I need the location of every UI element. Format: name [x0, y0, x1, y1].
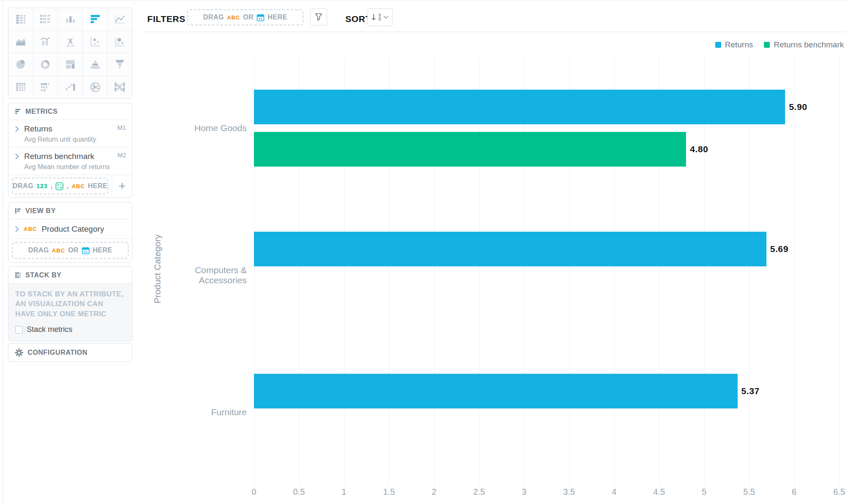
- calendar-day-text: 31: [84, 249, 88, 253]
- metric-badge: M2: [117, 151, 126, 159]
- topbar-divider: [142, 32, 846, 32]
- repeater-icon: [39, 13, 52, 25]
- metrics-header: METRICS: [8, 103, 132, 120]
- text-attribute-icon: ABC: [52, 247, 65, 254]
- legend-item-returns-benchmark[interactable]: Returns benchmark: [764, 40, 844, 49]
- plus-icon[interactable]: +: [118, 180, 126, 192]
- viz-type-donut-chart[interactable]: [33, 53, 58, 76]
- chevron-right-icon[interactable]: [15, 153, 19, 159]
- viz-type-bubble-chart[interactable]: [107, 31, 132, 53]
- view-by-header: VIEW BY: [8, 203, 132, 219]
- calendar-icon: 31: [256, 14, 265, 22]
- metric-item-returns-benchmark[interactable]: Returns benchmark M2 Avg Mean number of …: [8, 148, 132, 175]
- x-tick-label: 0: [239, 487, 269, 497]
- view-by-title: VIEW BY: [25, 207, 56, 215]
- metrics-dropzone[interactable]: DRAG 123 , , ABC HERE: [12, 178, 108, 194]
- attribute-item-product-category[interactable]: ABC Product Category: [8, 219, 132, 239]
- gridline: [794, 57, 795, 485]
- dropzone-text: DRAG: [13, 182, 33, 190]
- chevron-right-icon[interactable]: [15, 126, 19, 132]
- category-label: Furniture: [145, 407, 247, 417]
- visualization-type-picker: X: [8, 8, 132, 99]
- sort-numeric-icon: 9 0: [378, 14, 381, 21]
- chevron-right-icon[interactable]: [15, 226, 19, 232]
- chevron-down-icon: [383, 16, 389, 19]
- category-label: Home Goods: [145, 123, 247, 133]
- sort-dropdown-button[interactable]: 9 0: [367, 8, 393, 26]
- configuration-section[interactable]: CONFIGURATION: [8, 343, 132, 362]
- bar-returns[interactable]: [254, 374, 738, 408]
- viz-type-combo-chart[interactable]: [33, 31, 58, 53]
- viz-type-treemap[interactable]: [58, 53, 83, 76]
- viz-type-bullet-chart[interactable]: [33, 76, 58, 99]
- bar-returns-benchmark[interactable]: [254, 132, 686, 167]
- viz-type-pyramid-chart[interactable]: [83, 53, 107, 76]
- viz-type-dependency-wheel[interactable]: [83, 76, 107, 99]
- viz-type-waterfall-chart[interactable]: [58, 76, 83, 99]
- metrics-icon: [15, 108, 21, 115]
- waterfall-chart-icon: [64, 81, 77, 93]
- viz-type-table[interactable]: [8, 8, 33, 30]
- x-tick-label: 5.5: [734, 487, 764, 497]
- dropzone-text: DRAG: [28, 247, 49, 254]
- viz-type-sankey-chart[interactable]: [107, 76, 132, 99]
- column-chart-icon: [64, 13, 77, 25]
- stack-by-message: TO STACK BY AN ATTRIBUTE, AN VISUALIZATI…: [15, 289, 124, 319]
- viz-type-funnel-chart[interactable]: [107, 53, 132, 76]
- filters-label: FILTERS: [147, 14, 185, 24]
- calendar-day-text: 31: [259, 16, 262, 20]
- sort-digit-bottom: 0: [378, 17, 381, 21]
- x-tick-label: 4.5: [644, 487, 674, 497]
- add-metric-button[interactable]: +: [112, 175, 132, 197]
- dropzone-text: ,: [66, 182, 69, 190]
- stack-by-title: STACK BY: [25, 271, 61, 279]
- pie-chart-icon: [14, 58, 27, 71]
- chart-legend: Returns Returns benchmark: [715, 40, 844, 49]
- viz-type-pie-chart[interactable]: [8, 53, 33, 76]
- dropzone-text: HERE: [267, 14, 287, 21]
- stack-metrics-checkbox[interactable]: [15, 326, 23, 334]
- view-by-icon: [15, 208, 21, 214]
- legend-swatch-returns: [715, 42, 721, 48]
- table-icon: [14, 13, 27, 25]
- combo-chart-icon: [39, 36, 52, 48]
- x-tick-label: 6: [780, 487, 809, 497]
- legend-label: Returns: [725, 40, 753, 49]
- stack-by-header: STACK BY: [8, 267, 132, 284]
- funnel-chart-icon: [113, 58, 126, 71]
- stack-by-icon: [15, 272, 21, 278]
- viz-type-scatter-plot[interactable]: [83, 31, 107, 53]
- viz-type-area-chart[interactable]: [8, 31, 33, 53]
- pyramid-chart-icon: [89, 58, 102, 71]
- legend-label: Returns benchmark: [774, 40, 844, 49]
- legend-item-returns[interactable]: Returns: [715, 40, 753, 49]
- view-by-dropzone[interactable]: DRAG ABC OR 31 HERE: [12, 242, 129, 259]
- viz-type-pivot-table[interactable]: [8, 76, 33, 99]
- bar-chart-icon: [89, 13, 102, 25]
- viz-type-repeater[interactable]: [33, 8, 58, 30]
- viz-type-bar-chart-selected[interactable]: [83, 8, 107, 30]
- configuration-header[interactable]: CONFIGURATION: [8, 344, 132, 362]
- filter-button[interactable]: [310, 8, 327, 25]
- stack-metrics-label[interactable]: Stack metrics: [27, 325, 72, 334]
- dropzone-text: ,: [50, 182, 52, 190]
- legend-swatch-returns-benchmark: [764, 42, 770, 48]
- text-attribute-icon: ABC: [24, 226, 37, 232]
- viz-type-line-chart[interactable]: [107, 8, 132, 30]
- x-tick-label: 1: [329, 487, 359, 497]
- stack-by-bucket: STACK BY TO STACK BY AN ATTRIBUTE, AN VI…: [8, 266, 132, 341]
- metric-item-returns[interactable]: Returns M1 Avg Return unit quantity: [8, 120, 132, 148]
- viz-type-column-chart[interactable]: [58, 8, 83, 30]
- metrics-title: METRICS: [25, 108, 58, 115]
- bar-returns[interactable]: [254, 90, 785, 124]
- viz-type-headline[interactable]: X: [58, 31, 83, 53]
- filters-dropzone[interactable]: DRAG ABC OR 31 HERE: [187, 9, 303, 25]
- bar-returns[interactable]: [254, 232, 766, 266]
- y-axis-title: Product Category: [152, 218, 163, 320]
- gridline: [839, 57, 840, 485]
- dropzone-text: OR: [243, 14, 254, 21]
- metric-name: Returns: [24, 124, 52, 134]
- dropzone-text: OR: [68, 247, 79, 254]
- x-tick-label: 3: [509, 487, 539, 497]
- bar-value-label: 5.37: [741, 386, 760, 396]
